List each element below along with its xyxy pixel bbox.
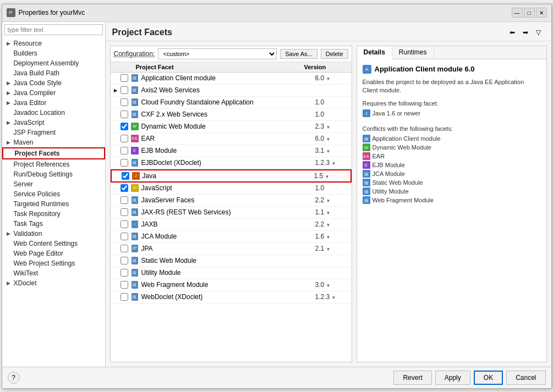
facet-row-webdoclet[interactable]: ▤WebDoclet (XDoclet)1.2.3 ▼ [111,291,352,303]
sidebar-item-servicepolicies[interactable]: Service Policies [2,189,105,199]
facet-row-jaxrs[interactable]: ▤JAX-RS (REST Web Services)1.1 ▼ [111,207,352,219]
sidebar-item-jspfragment[interactable]: JSP Fragment [2,128,105,137]
facet-checkbox-utility[interactable] [121,269,128,277]
details-tabs: DetailsRuntimes [357,46,546,59]
facet-checkbox-jsf[interactable] [121,196,128,204]
revert-button[interactable]: Revert [393,371,431,385]
facet-checkbox-jpa[interactable] [121,245,128,252]
facet-row-dynamicweb[interactable]: WDynamic Web Module2.3 ▼ [111,121,352,133]
facet-row-cxf[interactable]: ▤CXF 2.x Web Services1.0 [111,109,352,121]
facet-checkbox-appClient[interactable] [121,74,128,82]
sidebar-item-javascript[interactable]: ▶JavaScript [2,118,105,128]
ok-button[interactable]: OK [474,371,503,385]
facet-version-jca: 1.6 ▼ [315,233,348,240]
facet-row-webfragment[interactable]: ▤Web Fragment Module3.0 ▼ [111,279,352,291]
sidebar-item-targetruntimes[interactable]: Targeted Runtimes [2,199,105,209]
sidebar-item-server[interactable]: Server [2,179,105,189]
back-button[interactable]: ⬅ [506,26,518,38]
expander-icon: ▶ [7,140,12,145]
close-button[interactable]: ✕ [536,8,547,18]
filter-input[interactable] [4,24,103,35]
sidebar-item-editor[interactable]: ▶Java Editor [2,98,105,108]
sidebar-item-projectfacets[interactable]: Project Facets [2,147,105,159]
apply-button[interactable]: Apply [435,371,470,385]
save-as-button[interactable]: Save As... [280,49,317,59]
forward-button[interactable]: ➡ [519,26,532,38]
facet-checkbox-ejbdoclet[interactable] [121,159,128,167]
sidebar-item-webpageeditor[interactable]: Web Page Editor [2,249,105,258]
facet-row-jca[interactable]: ▤JCA Module1.6 ▼ [111,231,352,243]
facet-checkbox-cxf[interactable] [121,111,128,118]
facet-row-ejb[interactable]: EEJB Module3.1 ▼ [111,145,352,157]
facet-checkbox-jca[interactable] [121,233,128,240]
sidebar-item-resource[interactable]: ▶Resource [2,38,105,48]
facet-row-utility[interactable]: ▤Utility Module [111,267,352,279]
sidebar-item-label: Run/Debug Settings [14,170,73,178]
sidebar-item-projectrefs[interactable]: Project References [2,159,105,169]
facet-row-cloudfoundry[interactable]: ▤Cloud Foundry Standalone Application1.0 [111,97,352,109]
configuration-select[interactable]: <custom> [158,48,277,59]
sidebar-item-javadoc[interactable]: Javadoc Location [2,108,105,118]
facet-row-staticweb[interactable]: ▤Static Web Module [111,255,352,267]
sidebar-item-compiler[interactable]: ▶Java Compiler [2,88,105,98]
doc-icon: ▤ [363,179,370,186]
sidebar-item-label: Project References [14,161,70,168]
facet-row-jsf[interactable]: ▤JavaServer Faces2.2 ▼ [111,195,352,207]
facet-checkbox-ear[interactable] [121,135,128,142]
sidebar-item-maven[interactable]: ▶Maven [2,137,105,147]
facet-checkbox-axis2[interactable] [121,86,128,94]
facet-name-ejbdoclet: EJBDoclet (XDoclet) [141,159,315,167]
cancel-button[interactable]: Cancel [506,371,545,385]
help-button[interactable]: ? [8,372,20,384]
facet-version-javascript: 1.0 [315,184,348,192]
facet-checkbox-javascript[interactable] [121,184,128,192]
sidebar-item-buildpath[interactable]: Java Build Path [2,68,105,78]
sidebar-item-rundebug[interactable]: Run/Debug Settings [2,169,105,179]
requires-icon: J [363,109,370,117]
sidebar-item-taskrepo[interactable]: Task Repository [2,209,105,219]
facet-checkbox-jaxrs[interactable] [121,208,128,216]
maximize-button[interactable]: □ [524,8,535,18]
sidebar-item-tasktags[interactable]: Task Tags [2,219,105,229]
facet-row-ejbdoclet[interactable]: ▤EJBDoclet (XDoclet)1.2.3 ▼ [111,157,352,169]
sidebar-item-wikitext[interactable]: WikiText [2,268,105,278]
ejb-icon: E [363,161,370,169]
facet-version-cxf: 1.0 [315,111,348,118]
facet-version-dynamicweb: 2.3 ▼ [315,123,348,130]
toolbar-icons: ⬅ ➡ ▽ [506,26,545,38]
details-description: Enables the project to be deployed as a … [363,78,541,95]
sidebar-item-validation[interactable]: ▶Validation [2,229,105,239]
sidebar-item-codestyle[interactable]: ▶Java Code Style [2,78,105,88]
facet-checkbox-ejb[interactable] [121,147,128,154]
conflict-label: Application Client module [373,135,441,142]
facet-version-webdoclet: 1.2.3 ▼ [315,293,348,301]
sidebar-item-builders[interactable]: Builders [2,48,105,58]
sidebar-item-deployment[interactable]: Deployment Assembly [2,58,105,68]
details-tab-details[interactable]: Details [357,46,392,59]
facet-checkbox-webfragment[interactable] [121,281,128,289]
facet-checkbox-cloudfoundry[interactable] [121,98,128,106]
facet-checkbox-webdoclet[interactable] [121,293,128,301]
facet-row-java[interactable]: JJava1.5 ▼ [111,169,352,183]
menu-button[interactable]: ▽ [533,26,545,38]
delete-button[interactable]: Delete [321,49,348,59]
facet-row-appClient[interactable]: ▤Application Client module6.0 ▼ [111,73,352,85]
facet-checkbox-staticweb[interactable] [121,257,128,264]
facet-version-ejbdoclet: 1.2.3 ▼ [315,159,348,167]
facet-row-ear[interactable]: EAEAR6.0 ▼ [111,133,352,145]
facet-row-javascript[interactable]: JSJavaScript1.0 [111,183,352,195]
facet-row-axis2[interactable]: ▶▤Axis2 Web Services [111,85,352,97]
panel-header: Project Facets ⬅ ➡ ▽ [106,22,551,41]
facet-name-webdoclet: WebDoclet (XDoclet) [141,293,315,301]
details-title: Application Client module 6.0 [375,65,475,73]
sidebar-item-webprojectsettings[interactable]: Web Project Settings [2,258,105,268]
facet-row-jpa[interactable]: JPJPA2.1 ▼ [111,243,352,255]
minimize-button[interactable]: — [512,8,523,18]
sidebar-item-xdoclet[interactable]: ▶XDoclet [2,278,105,288]
sidebar-item-webcontentsettings[interactable]: Web Content Settings [2,239,105,249]
facet-checkbox-jaxb[interactable] [121,220,128,228]
facet-row-jaxb[interactable]: ↔JAXB2.2 ▼ [111,219,352,231]
facet-checkbox-java[interactable] [122,172,129,180]
facet-checkbox-dynamicweb[interactable] [121,123,128,130]
details-tab-runtimes[interactable]: Runtimes [392,46,434,59]
